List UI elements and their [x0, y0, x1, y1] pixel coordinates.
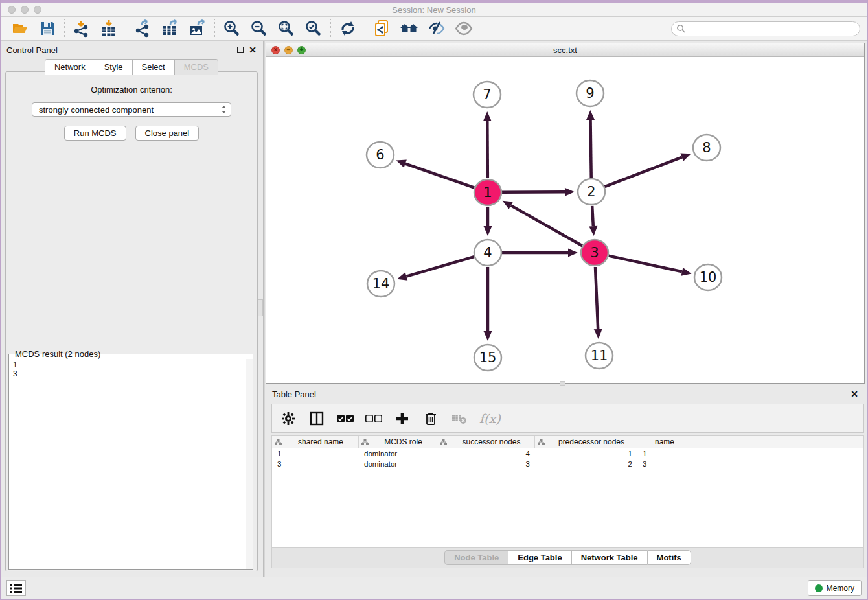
add-row-icon[interactable] [394, 410, 411, 427]
network-graph[interactable]: 7968124314101511 [266, 57, 864, 383]
export-image-icon[interactable] [188, 19, 207, 38]
table-cell[interactable]: dominator [359, 448, 437, 459]
hide-edges-icon[interactable] [427, 19, 446, 38]
table-header-row[interactable]: shared nameMCDS rolesuccessor nodesprede… [272, 436, 863, 448]
node-label-3: 3 [590, 245, 599, 260]
table-cell[interactable]: 3 [437, 459, 535, 469]
network-close-icon[interactable]: × [271, 46, 280, 54]
close-panel-button[interactable]: Close panel [135, 126, 200, 141]
run-mcds-button[interactable]: Run MCDS [64, 126, 126, 141]
import-network-icon[interactable] [72, 19, 91, 38]
table-tabs-bar: Node TableEdge TableNetwork TableMotifs [271, 548, 864, 568]
tab-style[interactable]: Style [95, 59, 132, 75]
table-panel: Table Panel ✕ f(x) shared [266, 386, 865, 577]
network-minimize-icon[interactable]: − [284, 46, 293, 54]
table-cell[interactable]: 3 [272, 459, 359, 469]
edge-2-9[interactable] [591, 120, 591, 178]
column-header-predecessor-nodes[interactable]: predecessor nodes [535, 436, 637, 448]
table-cell[interactable]: 2 [535, 459, 637, 469]
edge-arrowhead [483, 111, 492, 121]
tab-network[interactable]: Network [45, 59, 95, 75]
search-input[interactable] [671, 21, 860, 36]
table-float-panel-icon[interactable] [839, 391, 845, 397]
table-cell[interactable]: dominator [359, 459, 437, 469]
memory-button[interactable]: Memory [808, 580, 862, 596]
tab-motifs[interactable]: Motifs [647, 550, 691, 565]
zoom-out-icon[interactable] [249, 19, 269, 38]
edge-1-2[interactable] [502, 192, 565, 192]
table-cell[interactable]: 1 [272, 448, 359, 459]
new-network-icon[interactable] [372, 19, 392, 38]
edge-1-6[interactable] [405, 164, 475, 188]
table-cell[interactable]: 4 [437, 448, 535, 459]
table-close-panel-icon[interactable]: ✕ [851, 391, 858, 397]
table-cell[interactable]: 1 [637, 448, 692, 459]
open-session-icon[interactable] [10, 19, 30, 38]
edge-2-3[interactable] [592, 206, 593, 226]
close-panel-icon[interactable]: ✕ [249, 47, 257, 53]
edge-arrowhead [484, 331, 492, 341]
columns-icon[interactable] [308, 410, 325, 427]
zoom-selected-icon[interactable] [304, 19, 323, 38]
home-network-icon[interactable] [400, 19, 419, 38]
column-header-name[interactable]: name [637, 436, 692, 448]
gear-icon[interactable] [280, 410, 297, 427]
node-table[interactable]: shared nameMCDS rolesuccessor nodesprede… [271, 435, 864, 548]
zoom-fit-icon[interactable] [277, 19, 296, 38]
network-window-titlebar[interactable]: × − + scc.txt [266, 43, 864, 57]
tab-mcds[interactable]: MCDS [174, 59, 218, 75]
tree-icon [440, 439, 447, 446]
table-body[interactable]: 1dominator4113dominator323 [272, 448, 863, 469]
tab-network-table[interactable]: Network Table [571, 550, 647, 565]
edge-1-7[interactable] [487, 121, 488, 178]
table-row[interactable]: 1dominator411 [272, 448, 863, 459]
maximize-window-icon[interactable] [34, 6, 41, 14]
table-cell[interactable]: 1 [535, 448, 637, 459]
delete-table-icon[interactable] [451, 410, 468, 427]
vertical-splitter-handle[interactable] [258, 299, 263, 316]
tree-icon [361, 439, 369, 446]
result-scrollbar[interactable] [246, 359, 253, 569]
edge-4-14[interactable] [406, 257, 474, 276]
minimize-window-icon[interactable] [21, 6, 29, 14]
table-row[interactable]: 3dominator323 [272, 459, 863, 469]
tab-select[interactable]: Select [132, 59, 174, 75]
network-canvas[interactable]: 7968124314101511 [266, 57, 864, 383]
export-network-icon[interactable] [133, 19, 153, 38]
control-panel-tabs: NetworkStyleSelectMCDS [0, 59, 263, 75]
network-maximize-icon[interactable]: + [297, 46, 306, 54]
edge-arrowhead [594, 329, 602, 339]
export-table-icon[interactable] [161, 19, 180, 38]
edge-3-1[interactable] [511, 205, 582, 246]
edge-arrowhead [565, 188, 575, 196]
close-window-icon[interactable] [8, 6, 16, 14]
deselect-all-icon[interactable] [365, 410, 382, 427]
column-header-successor-nodes[interactable]: successor nodes [437, 436, 535, 448]
optimization-label: Optimization criterion: [6, 85, 257, 95]
window-controls[interactable] [8, 6, 41, 14]
edge-arrowhead [568, 249, 578, 257]
refresh-icon[interactable] [338, 19, 358, 38]
column-header-shared-name[interactable]: shared name [272, 436, 359, 448]
tab-node-table[interactable]: Node Table [444, 550, 508, 565]
delete-row-icon[interactable] [422, 410, 439, 427]
vertical-splitter[interactable] [263, 41, 265, 577]
mcds-result-text[interactable]: 1 3 [9, 359, 246, 569]
horizontal-splitter-handle[interactable] [560, 381, 565, 386]
float-panel-icon[interactable] [237, 47, 244, 53]
select-all-icon[interactable] [337, 410, 354, 427]
table-cell[interactable]: 3 [637, 459, 692, 469]
criterion-select[interactable]: strongly connected component [32, 102, 231, 117]
edge-3-11[interactable] [595, 267, 598, 329]
zoom-in-icon[interactable] [222, 19, 242, 38]
edge-2-8[interactable] [605, 157, 682, 187]
edge-3-10[interactable] [608, 256, 681, 272]
app-titlebar: Session: New Session [0, 3, 868, 17]
show-graphics-icon[interactable] [454, 19, 474, 38]
import-table-icon[interactable] [99, 19, 119, 38]
task-history-button[interactable] [6, 580, 26, 596]
edge-arrowhead [396, 159, 407, 167]
save-session-icon[interactable] [38, 19, 57, 38]
column-header-MCDS-role[interactable]: MCDS role [359, 436, 437, 448]
tab-edge-table[interactable]: Edge Table [508, 550, 571, 565]
